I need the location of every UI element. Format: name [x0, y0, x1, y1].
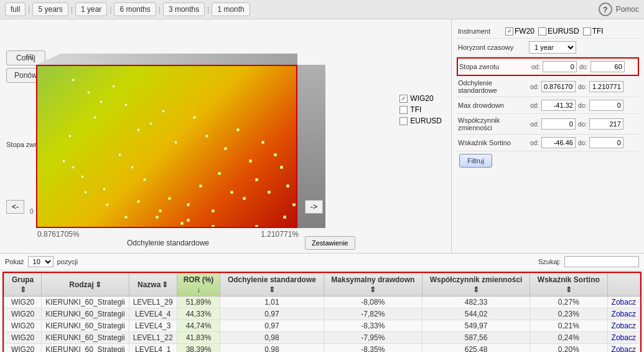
cell-odchylenie: 0,98	[220, 344, 324, 353]
wspol-do-input[interactable]	[589, 118, 623, 130]
cell-action: Zobacz	[607, 308, 640, 320]
odch-od-input[interactable]	[541, 81, 576, 92]
instrument-label: Instrument	[458, 27, 502, 35]
nav-left: <-	[6, 200, 24, 214]
chart-dot	[187, 203, 190, 206]
cell-action: Zobacz	[607, 297, 640, 308]
chart-dot	[274, 153, 277, 156]
wspolczynnik-label: Współczynnik zmienności	[458, 117, 526, 131]
cell-drawdown: -7,82%	[324, 308, 422, 320]
chart-dot	[137, 200, 140, 203]
main-content: Cofnij Ponów Stopa zwrotu 60 0 0.8761705…	[0, 19, 644, 253]
btn-3months[interactable]: 3 months	[163, 2, 205, 16]
x-axis-title: Odchylenie standardowe	[37, 239, 299, 247]
chart-dot	[180, 222, 184, 225]
zobacz-link[interactable]: Zobacz	[612, 333, 636, 342]
help-area: ? Pomoc	[599, 2, 639, 16]
cell-action: Zobacz	[607, 344, 640, 353]
th-odchylenie[interactable]: Odchylenie standardowe ⇕	[220, 274, 324, 297]
btn-6months[interactable]: 6 months	[114, 2, 156, 16]
chart-dot	[162, 110, 165, 113]
btn-5years[interactable]: 5 years	[32, 2, 68, 16]
cb-fw20[interactable]: ✓	[505, 27, 513, 36]
label-eurusd: EURUSD	[548, 27, 579, 36]
zobacz-link[interactable]: Zobacz	[612, 298, 636, 307]
legend-checkbox-tfi[interactable]	[399, 106, 408, 114]
max-do-input[interactable]	[589, 100, 623, 111]
sortino-do-input[interactable]	[589, 137, 623, 148]
btn-1month[interactable]: 1 month	[212, 2, 250, 16]
chart-dot	[124, 216, 128, 219]
legend-checkbox-eurusd[interactable]	[399, 117, 408, 125]
cell-rodzaj: KIERUNKI_60_Strategii	[42, 297, 129, 308]
nav-left-button[interactable]: <-	[6, 200, 24, 214]
cell-nazwa: LEVEL1_29	[129, 297, 177, 308]
chart-dot	[236, 128, 240, 131]
horizon-select[interactable]: 1 year 5 years 6 months	[529, 41, 576, 54]
sortino-od-input[interactable]	[541, 137, 576, 148]
th-nazwa[interactable]: Nazwa ⇕	[129, 274, 177, 297]
cb-eurusd[interactable]	[538, 27, 546, 36]
legend-item-wig20: ✓ WIG20	[399, 94, 442, 103]
szukaj-input[interactable]	[564, 256, 639, 267]
chart-dot	[205, 135, 208, 138]
chart-dot	[100, 100, 103, 103]
cell-drawdown: -8,33%	[324, 320, 422, 332]
th-ror[interactable]: ROR (%) ↓	[177, 274, 220, 297]
cell-nazwa: LEVEL1_22	[129, 332, 177, 344]
pokaz-select[interactable]: 10 25 50	[28, 256, 54, 267]
btn-1year[interactable]: 1 year	[75, 2, 107, 16]
chart-dot	[84, 191, 87, 194]
chart-dot	[187, 219, 190, 222]
cell-drawdown: -8,35%	[324, 344, 422, 353]
help-icon[interactable]: ?	[599, 2, 612, 16]
th-rodzaj[interactable]: Rodzaj ⇕	[42, 274, 129, 297]
chart-dot	[243, 197, 246, 200]
chart-face	[36, 65, 297, 228]
sortino-row: Wskaźnik Sortino od: do:	[457, 135, 639, 151]
stopa-label: Stopa zwrotu	[459, 63, 528, 70]
table-row: WIG20 KIERUNKI_60_Strategii LEVEL4_1 38,…	[4, 344, 640, 353]
filtruj-button[interactable]: Filtruj	[459, 154, 492, 168]
btn-full[interactable]: full	[5, 2, 26, 16]
cell-nazwa: LEVEL4_1	[129, 344, 177, 353]
odch-do-input[interactable]	[589, 81, 623, 92]
table-row: WIG20 KIERUNKI_60_Strategii LEVEL1_29 51…	[4, 297, 640, 308]
chart-dot	[112, 85, 115, 88]
chart-dot	[72, 78, 75, 82]
zestawienie-button[interactable]: Zestawienie	[305, 236, 355, 250]
stopa-od-input[interactable]	[543, 61, 577, 72]
cb-tfi[interactable]	[583, 27, 591, 36]
chart-dot	[68, 135, 72, 138]
chart-dot	[72, 166, 75, 169]
zobacz-link[interactable]: Zobacz	[612, 345, 636, 352]
th-wspolczynnik[interactable]: Współczynnik zmienności ⇕	[422, 274, 530, 297]
th-sortino[interactable]: Wskaźnik Sortino ⇕	[530, 274, 608, 297]
legend-label-tfi: TFI	[410, 105, 421, 114]
chart-dot	[143, 178, 146, 181]
filter-panel: Instrument ✓ FW20 EURUSD TFI Horyzont cz…	[451, 19, 644, 253]
chart-dot	[103, 188, 106, 191]
wspol-od-input[interactable]	[541, 118, 576, 130]
cell-nazwa: LEVEL4_3	[129, 320, 177, 332]
cell-odchylenie: 0,97	[220, 308, 324, 320]
zobacz-link[interactable]: Zobacz	[612, 321, 636, 330]
max-drawdown-label: Max drowdown	[458, 102, 526, 109]
stopa-do-input[interactable]	[590, 61, 625, 72]
th-drawdown[interactable]: Maksymalny drawdown ⇕	[324, 274, 422, 297]
sortino-od-label: od:	[530, 140, 539, 146]
wspol-do-label: do:	[578, 121, 587, 128]
wspolczynnik-row: Współczynnik zmienności od: do:	[457, 114, 639, 135]
top-bar: full | 5 years | 1 year | 6 months | 3 m…	[0, 0, 644, 19]
legend-checkbox-wig20[interactable]: ✓	[399, 95, 408, 103]
bottom-area: Pokaż 10 25 50 pozycji Szukaj: Grupa ⇕ R…	[0, 253, 644, 352]
cell-grupa: WIG20	[4, 297, 42, 308]
nav-right-button[interactable]: ->	[305, 200, 323, 214]
instrument-fw20: ✓ FW20	[505, 27, 534, 36]
th-grupa[interactable]: Grupa ⇕	[4, 274, 42, 297]
max-od-input[interactable]	[541, 100, 576, 111]
x-right-label: 1.210771%	[261, 230, 299, 239]
zobacz-link[interactable]: Zobacz	[612, 310, 636, 318]
cell-rodzaj: KIERUNKI_60_Strategii	[42, 344, 129, 353]
horizon-label: Horyzont czasowy	[458, 44, 526, 51]
